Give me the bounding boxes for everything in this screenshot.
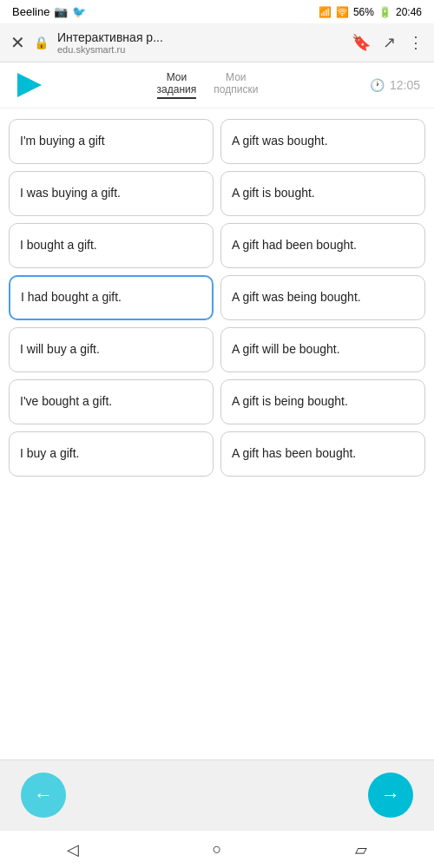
android-recents-icon[interactable]: ▱ (355, 840, 367, 859)
right-card-5[interactable]: A gift will be bought. (220, 327, 425, 372)
app-bar: Мои задания Мои подписки 🕐 12:05 (0, 62, 434, 108)
status-right: 📶 🛜 56% 🔋 20:46 (319, 6, 422, 18)
right-card-7[interactable]: A gift has been bought. (220, 431, 425, 477)
left-card-2[interactable]: I was buying a gift. (9, 171, 214, 216)
right-card-4[interactable]: A gift was being bought. (220, 275, 425, 320)
back-button[interactable]: ← (21, 773, 66, 818)
bookmark-icon[interactable]: 🔖 (352, 33, 371, 52)
status-left: Beeline 📷 🐦 (12, 5, 86, 18)
right-card-6[interactable]: A gift is being bought. (220, 379, 425, 424)
twitter-icon: 🐦 (72, 5, 86, 18)
right-card-3[interactable]: A gift had been bought. (220, 223, 425, 268)
left-card-6[interactable]: I've bought a gift. (9, 379, 214, 424)
left-card-1[interactable]: I'm buying a gift (9, 119, 214, 164)
android-nav: ◁ ○ ▱ (0, 830, 434, 868)
android-home-icon[interactable]: ○ (213, 840, 222, 858)
page-title: Интерактивная р... (57, 30, 343, 44)
svg-marker-0 (17, 73, 42, 97)
left-card-4[interactable]: I had bought a gift. (9, 275, 214, 320)
wifi-icon: 🛜 (336, 6, 349, 18)
time-label: 20:46 (396, 6, 422, 18)
right-card-2[interactable]: A gift is bought. (220, 171, 425, 216)
match-grid: I'm buying a giftA gift was bought.I was… (9, 119, 425, 477)
browser-actions: 🔖 ↗ ⋮ (352, 33, 424, 52)
carrier-label: Beeline (12, 5, 49, 18)
tab-my-tasks[interactable]: Мои задания (157, 71, 197, 99)
url-block[interactable]: Интерактивная р... edu.skysmart.ru (57, 30, 343, 55)
app-logo (14, 69, 45, 101)
share-icon[interactable]: ↗ (383, 33, 396, 52)
browser-bar: ✕ 🔒 Интерактивная р... edu.skysmart.ru 🔖… (0, 23, 434, 62)
nav-tabs: Мои задания Мои подписки (57, 71, 358, 99)
status-bar: Beeline 📷 🐦 📶 🛜 56% 🔋 20:46 (0, 0, 434, 23)
left-card-7[interactable]: I buy a gift. (9, 431, 214, 477)
main-content: I'm buying a giftA gift was bought.I was… (0, 108, 434, 760)
battery-icon: 🔋 (378, 6, 391, 18)
signal-strength: 56% (353, 6, 374, 18)
more-icon[interactable]: ⋮ (408, 33, 424, 52)
close-tab-button[interactable]: ✕ (10, 32, 25, 53)
left-card-3[interactable]: I bought a gift. (9, 223, 214, 268)
sim-icon: 📶 (319, 6, 332, 18)
android-back-icon[interactable]: ◁ (67, 840, 79, 859)
left-card-5[interactable]: I will buy a gift. (9, 327, 214, 372)
tab-my-subscriptions[interactable]: Мои подписки (214, 71, 258, 99)
time-display: 12:05 (390, 78, 420, 92)
lock-icon: 🔒 (34, 36, 49, 49)
forward-button[interactable]: → (368, 773, 413, 818)
instagram-icon: 📷 (54, 5, 68, 18)
clock-icon: 🕐 (370, 78, 385, 92)
timer-block: 🕐 12:05 (370, 78, 420, 92)
bottom-nav: ← → (0, 760, 434, 830)
url-domain: edu.skysmart.ru (57, 44, 343, 55)
right-card-1[interactable]: A gift was bought. (220, 119, 425, 164)
